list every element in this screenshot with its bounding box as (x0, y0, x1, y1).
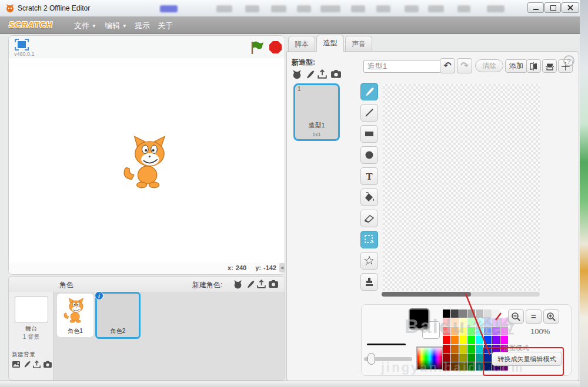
palette-color-swatch[interactable] (451, 309, 459, 318)
ellipse-tool-button[interactable] (360, 146, 378, 164)
palette-color-swatch[interactable] (500, 318, 508, 327)
palette-color-swatch[interactable] (484, 318, 492, 327)
menu-edit[interactable]: 编辑 ▼ (105, 21, 127, 31)
palette-color-swatch[interactable] (484, 336, 492, 344)
foreground-color-swatch[interactable] (409, 308, 429, 329)
select-and-duplicate-tool-button[interactable] (360, 252, 378, 270)
palette-color-swatch[interactable] (443, 327, 450, 335)
eraser-tool-button[interactable] (360, 210, 378, 227)
upload-costume-icon[interactable] (317, 69, 328, 79)
palette-color-swatch[interactable] (476, 354, 483, 362)
stage-thumbnail[interactable] (15, 297, 48, 322)
palette-color-swatch[interactable] (484, 362, 492, 371)
zoom-in-button[interactable] (543, 309, 559, 324)
tab-sounds[interactable]: 声音 (345, 36, 372, 52)
palette-color-swatch[interactable] (492, 309, 500, 318)
undo-button[interactable]: ↶ (440, 58, 455, 73)
upload-sprite-icon[interactable] (256, 279, 266, 289)
select-tool-button[interactable] (360, 231, 378, 248)
camera-backdrop-icon[interactable] (43, 361, 52, 368)
palette-color-swatch[interactable] (476, 309, 483, 318)
palette-color-swatch[interactable] (484, 345, 492, 353)
flip-horizontal-button[interactable] (526, 59, 541, 73)
minimize-button[interactable] (527, 2, 544, 13)
scrollbar-thumb[interactable] (382, 292, 471, 297)
palette-color-swatch[interactable] (500, 309, 508, 318)
costume-name-input[interactable] (363, 60, 441, 73)
rectangle-tool-button[interactable] (360, 125, 378, 143)
costume-item-selected[interactable]: 1 造型1 1x1 (293, 83, 340, 141)
palette-color-swatch[interactable] (476, 336, 483, 344)
palette-color-swatch[interactable] (484, 354, 492, 362)
palette-color-swatch[interactable] (451, 362, 459, 371)
palette-color-swatch[interactable] (476, 362, 483, 371)
palette-color-swatch[interactable] (484, 327, 492, 335)
palette-color-swatch[interactable] (467, 354, 475, 362)
fullscreen-icon[interactable] (15, 39, 29, 51)
stage-canvas[interactable] (9, 58, 285, 263)
text-tool-button[interactable]: T (360, 167, 378, 185)
slider-thumb[interactable] (368, 353, 375, 365)
sprite-info-icon[interactable]: i (95, 291, 103, 300)
backdrop-from-library-icon[interactable] (12, 361, 21, 368)
palette-color-swatch[interactable] (500, 336, 508, 344)
palette-color-swatch[interactable] (476, 327, 483, 335)
palette-color-swatch[interactable] (476, 318, 483, 327)
palette-color-swatch[interactable] (476, 345, 483, 353)
tab-scripts[interactable]: 脚本 (288, 36, 315, 52)
palette-color-swatch[interactable] (451, 318, 459, 327)
palette-color-swatch[interactable] (492, 327, 500, 335)
canvas-horizontal-scrollbar[interactable] (382, 292, 540, 297)
maximize-button[interactable] (544, 2, 561, 13)
palette-color-swatch[interactable] (459, 309, 467, 318)
cat-sprite-on-stage[interactable] (121, 133, 176, 192)
tab-costumes[interactable]: 造型 (316, 35, 344, 52)
palette-color-swatch[interactable] (443, 362, 450, 371)
palette-color-swatch[interactable] (451, 327, 459, 335)
stop-button[interactable] (269, 41, 282, 54)
paint-new-costume-icon[interactable] (305, 69, 315, 79)
paint-new-sprite-icon[interactable] (246, 280, 255, 289)
redo-button[interactable]: ↷ (457, 58, 472, 73)
palette-color-swatch[interactable] (500, 327, 508, 335)
palette-color-swatch[interactable] (459, 318, 467, 327)
line-width-slider[interactable] (364, 357, 412, 361)
palette-color-swatch[interactable] (459, 336, 467, 344)
palette-color-swatch[interactable] (451, 336, 459, 344)
add-button[interactable]: 添加 (505, 59, 527, 73)
palette-color-swatch[interactable] (443, 354, 450, 362)
menu-tips[interactable]: 提示 (135, 21, 150, 31)
paint-help-icon[interactable]: ? (563, 55, 574, 66)
palette-color-swatch[interactable] (467, 336, 475, 344)
menu-file[interactable]: 文件 ▼ (74, 21, 96, 31)
green-flag-button[interactable] (250, 41, 265, 55)
collapse-arrow-icon[interactable]: ◀ (279, 263, 285, 272)
menu-about[interactable]: 关于 (158, 21, 173, 31)
palette-color-swatch[interactable] (459, 345, 467, 353)
palette-color-swatch[interactable] (492, 318, 500, 327)
gradient-color-picker[interactable] (416, 346, 443, 370)
palette-color-swatch[interactable] (443, 336, 450, 344)
upload-backdrop-icon[interactable] (32, 360, 41, 369)
brush-tool-button[interactable] (360, 83, 378, 100)
clear-button[interactable]: 清除 (475, 59, 503, 72)
costume-from-library-icon[interactable] (292, 69, 302, 80)
zoom-out-button[interactable] (508, 309, 524, 324)
palette-color-swatch[interactable] (443, 345, 450, 353)
paint-new-backdrop-icon[interactable] (23, 360, 31, 368)
convert-to-vector-button[interactable]: 转换成矢量编辑模式 (492, 352, 562, 366)
fill-tool-button[interactable] (360, 189, 378, 206)
palette-color-swatch[interactable] (451, 354, 459, 362)
palette-color-swatch[interactable] (459, 354, 467, 362)
palette-color-swatch[interactable] (451, 345, 459, 353)
flip-vertical-button[interactable] (542, 59, 557, 73)
sprite-item-1[interactable]: 角色1 (57, 294, 93, 337)
camera-costume-icon[interactable] (330, 69, 342, 79)
zoom-reset-button[interactable]: = (526, 309, 542, 324)
camera-sprite-icon[interactable] (268, 280, 279, 288)
palette-color-swatch[interactable] (467, 327, 475, 335)
paint-canvas[interactable] (383, 84, 540, 291)
palette-color-swatch[interactable] (443, 309, 450, 318)
sprite-item-2-selected[interactable]: i 角色2 (95, 292, 141, 339)
palette-color-swatch[interactable] (492, 336, 500, 344)
